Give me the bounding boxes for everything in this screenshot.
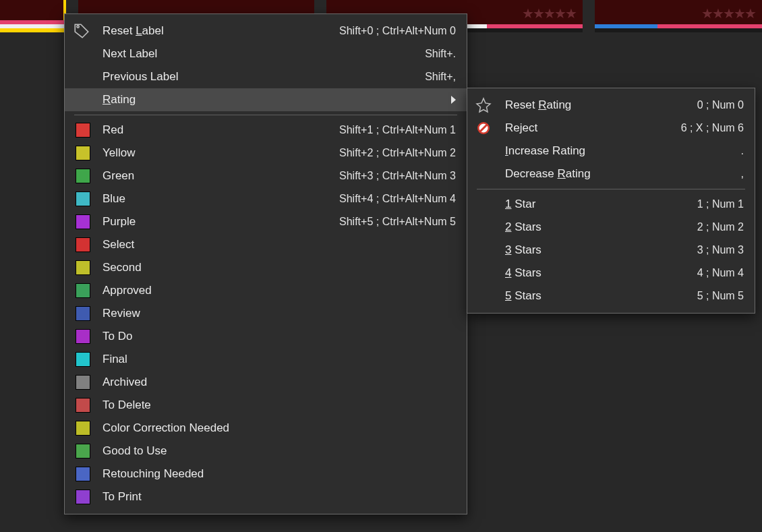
menu-label: Purple [102, 215, 136, 229]
menu-item-color[interactable]: To Do [65, 325, 467, 348]
submenu-item[interactable]: Increase Rating. [467, 140, 755, 162]
color-swatch [76, 260, 90, 275]
color-swatch [76, 237, 90, 252]
menu-item-color[interactable]: YellowShift+2 ; Ctrl+Alt+Num 2 [65, 142, 467, 165]
color-swatch [76, 352, 90, 367]
menu-shortcut: 4 ; Num 4 [697, 267, 744, 279]
menu-item-color[interactable]: Select [65, 233, 467, 256]
menu-item-color[interactable]: To Print [65, 485, 467, 508]
color-swatch [76, 191, 90, 206]
menu-label: Reset Rating [505, 98, 571, 112]
thumb-stars-icon: ★★★★★ [522, 5, 576, 22]
menu-label: Rating [102, 93, 136, 107]
chevron-right-icon [451, 96, 456, 104]
menu-label: Next Label [102, 47, 157, 61]
menu-label: Select [102, 238, 134, 252]
color-swatch [76, 467, 90, 481]
menu-shortcut: 0 ; Num 0 [697, 99, 744, 111]
menu-item-color[interactable]: Approved [65, 279, 467, 302]
menu-label: Final [102, 353, 127, 366]
submenu-item[interactable]: Reject6 ; X ; Num 6 [467, 117, 755, 140]
menu-item-previous-label[interactable]: Previous Label Shift+, [65, 65, 467, 88]
color-swatch [76, 329, 90, 344]
menu-label: 3 Stars [505, 243, 541, 257]
submenu-item-star[interactable]: 1 Star1 ; Num 1 [467, 193, 755, 216]
menu-item-color[interactable]: Review [65, 302, 467, 325]
color-swatch [76, 421, 90, 436]
color-swatch [76, 375, 90, 390]
menu-label: To Delete [102, 398, 151, 412]
menu-shortcut: Shift+, [425, 71, 456, 83]
menu-shortcut: , [741, 168, 744, 180]
menu-item-color[interactable]: BlueShift+4 ; Ctrl+Alt+Num 4 [65, 187, 467, 210]
submenu-item-star[interactable]: 2 Stars2 ; Num 2 [467, 216, 755, 239]
submenu-item-star[interactable]: 3 Stars3 ; Num 3 [467, 239, 755, 262]
color-swatch [76, 490, 90, 504]
submenu-item-star[interactable]: 4 Stars4 ; Num 4 [467, 262, 755, 285]
thumb-stars-icon: ★★★★★ [701, 5, 755, 22]
menu-label: Review [102, 307, 140, 320]
menu-separator [477, 189, 745, 189]
menu-shortcut: 2 ; Num 2 [697, 221, 744, 233]
menu-label: Archived [102, 376, 147, 389]
menu-label: Reject [505, 121, 537, 135]
submenu-item-star[interactable]: 5 Stars5 ; Num 5 [467, 285, 755, 307]
color-swatch [76, 283, 90, 298]
color-swatch [76, 306, 90, 321]
menu-item-color[interactable]: GreenShift+3 ; Ctrl+Alt+Num 3 [65, 165, 467, 187]
thumb-1[interactable] [0, 0, 66, 32]
menu-shortcut: 3 ; Num 3 [697, 244, 744, 256]
menu-shortcut: 1 ; Num 1 [697, 198, 744, 210]
menu-label: 1 Star [505, 198, 535, 211]
thumb-4[interactable]: ★★★★★ [595, 0, 762, 32]
menu-shortcut: 5 ; Num 5 [697, 290, 744, 302]
menu-label: Red [102, 123, 123, 137]
submenu-item[interactable]: Decrease Rating, [467, 162, 755, 185]
menu-shortcut: Shift+2 ; Ctrl+Alt+Num 2 [339, 147, 456, 159]
color-swatch [76, 123, 90, 138]
rating-submenu: Reset Rating0 ; Num 0Reject6 ; X ; Num 6… [467, 88, 755, 314]
menu-label: Yellow [102, 146, 136, 160]
menu-shortcut: Shift+0 ; Ctrl+Alt+Num 0 [339, 25, 456, 37]
menu-label: Increase Rating [505, 144, 585, 158]
menu-shortcut: Shift+4 ; Ctrl+Alt+Num 4 [339, 193, 456, 205]
menu-shortcut: Shift+5 ; Ctrl+Alt+Num 5 [339, 216, 456, 228]
menu-item-color[interactable]: PurpleShift+5 ; Ctrl+Alt+Num 5 [65, 210, 467, 233]
menu-label: Retouching Needed [102, 467, 204, 481]
menu-item-color[interactable]: Second [65, 256, 467, 279]
color-swatch [76, 398, 90, 413]
menu-shortcut: 6 ; X ; Num 6 [681, 122, 744, 134]
menu-label: Green [102, 169, 134, 183]
menu-item-color[interactable]: Good to Use [65, 440, 467, 463]
menu-item-next-label[interactable]: Next Label Shift+. [65, 42, 467, 65]
menu-item-reset-label[interactable]: Reset Label Shift+0 ; Ctrl+Alt+Num 0 [65, 20, 467, 42]
menu-label: 5 Stars [505, 289, 541, 303]
menu-item-color[interactable]: To Delete [65, 394, 467, 417]
color-swatch [76, 214, 90, 229]
menu-shortcut: Shift+3 ; Ctrl+Alt+Num 3 [339, 170, 456, 182]
submenu-item[interactable]: Reset Rating0 ; Num 0 [467, 94, 755, 117]
menu-label: To Print [102, 490, 142, 504]
menu-item-color[interactable]: Color Correction Needed [65, 417, 467, 440]
menu-shortcut: Shift+. [425, 48, 456, 60]
menu-item-rating[interactable]: Rating [65, 88, 467, 111]
menu-label: To Do [102, 330, 132, 343]
tag-icon [73, 22, 102, 40]
menu-label: Blue [102, 192, 125, 206]
menu-item-color[interactable]: Archived [65, 371, 467, 394]
menu-label: 4 Stars [505, 266, 541, 280]
menu-item-color[interactable]: RedShift+1 ; Ctrl+Alt+Num 1 [65, 119, 467, 142]
menu-label: 2 Stars [505, 220, 541, 234]
menu-item-color[interactable]: Retouching Needed [65, 463, 467, 485]
prohibit-icon [475, 120, 505, 136]
menu-label: Previous Label [102, 70, 178, 84]
menu-shortcut: Shift+1 ; Ctrl+Alt+Num 1 [339, 124, 456, 136]
menu-separator [74, 115, 457, 115]
menu-label: Color Correction Needed [102, 421, 229, 435]
menu-item-color[interactable]: Final [65, 348, 467, 371]
menu-label: Decrease Rating [505, 167, 591, 181]
label-context-menu: Reset Label Shift+0 ; Ctrl+Alt+Num 0 Nex… [64, 13, 467, 514]
color-swatch [76, 146, 90, 160]
menu-label: Good to Use [102, 444, 167, 458]
menu-label: Second [102, 261, 142, 274]
